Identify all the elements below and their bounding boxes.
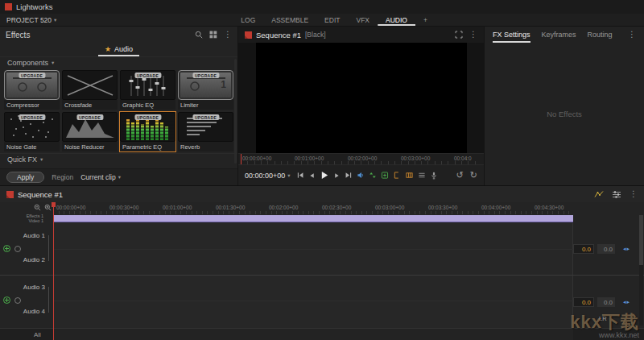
viewer-menu-icon[interactable]: ⋮ xyxy=(469,31,477,39)
gain-value-pair-2[interactable]: 0.0 xyxy=(573,297,594,307)
panel-menu-icon[interactable]: ⋮ xyxy=(224,31,232,39)
track-group-controls xyxy=(3,245,21,252)
effects-scrollbar[interactable] xyxy=(234,59,237,164)
audio-monitor-icon[interactable] xyxy=(357,172,364,179)
timeline-tracks: Audio 1 Audio 2 Audio 3 Audio 4 0.0 0.0 … xyxy=(0,223,644,328)
quick-fx-section-header[interactable]: Quick FX ▾ xyxy=(0,153,237,165)
no-effects-message: No Effects xyxy=(547,110,582,118)
zoom-out-icon[interactable] xyxy=(34,204,41,211)
zoom-controls xyxy=(34,204,52,211)
redo-icon[interactable]: ↻ xyxy=(470,171,477,180)
mark-section-icon[interactable] xyxy=(405,172,413,179)
mixer-settings-icon[interactable] xyxy=(612,190,621,198)
tab-fx-settings[interactable]: FX Settings xyxy=(493,27,530,43)
ruler-label: 00:03:30+00 xyxy=(428,205,457,210)
grid-view-icon[interactable] xyxy=(209,31,217,39)
viewer-playhead[interactable] xyxy=(241,154,242,164)
track-label-audio-2[interactable]: Audio 2 xyxy=(0,256,45,263)
step-forward-icon[interactable] xyxy=(333,172,340,179)
lr-label: LR xyxy=(599,315,607,322)
all-tracks-strip[interactable] xyxy=(53,329,573,340)
compressor-thumbnail: UPGRADE xyxy=(4,70,60,100)
track-group-divider xyxy=(0,275,644,276)
tab-vfx[interactable]: VFX xyxy=(348,14,378,26)
mic-icon[interactable] xyxy=(430,172,437,180)
ruler-label: 00:04:0 xyxy=(454,155,472,161)
ruler-label: 00:04:30+00 xyxy=(535,205,564,210)
fullscreen-icon[interactable] xyxy=(455,31,463,39)
viewer-header: Sequence #1 [Black] ⋮ xyxy=(238,27,484,43)
project-selector[interactable]: PROJECT 520 ▾ xyxy=(6,16,56,24)
effect-tile-compressor[interactable]: UPGRADE Compressor xyxy=(4,70,60,110)
chevron-down-icon: ▾ xyxy=(287,172,290,179)
add-track-icon[interactable] xyxy=(3,245,10,252)
track-rows-icon[interactable] xyxy=(418,172,425,179)
tab-assemble[interactable]: ASSEMBLE xyxy=(263,14,316,26)
pan-arrows[interactable]: ◂▸ xyxy=(623,299,630,305)
track-label-audio-1[interactable]: Audio 1 xyxy=(0,232,45,239)
skip-end-icon[interactable] xyxy=(345,172,352,179)
timecode-display[interactable]: 00:00:00+00 ▾ xyxy=(245,172,291,180)
timeline-playhead[interactable] xyxy=(53,202,54,340)
add-track-icon[interactable] xyxy=(3,296,10,304)
effect-tile-graphic-eq[interactable]: UPGRADE Graphic EQ xyxy=(120,70,175,110)
sync-icon[interactable] xyxy=(369,172,376,179)
step-back-icon[interactable] xyxy=(308,172,315,179)
pan-arrows[interactable]: ◂▸ xyxy=(623,246,630,252)
ruler-label: 00:00:00+00 xyxy=(242,155,271,161)
viewer-title: Sequence #1 xyxy=(256,31,301,39)
effect-tile-noise-reducer[interactable]: UPGRADE Noise Reducer xyxy=(62,112,118,151)
mark-in-icon[interactable] xyxy=(393,172,400,179)
upgrade-badge: UPGRADE xyxy=(192,114,219,120)
tab-add[interactable]: + xyxy=(415,14,436,26)
tab-edit[interactable]: EDIT xyxy=(316,14,348,26)
lightworks-window: Lightworks PROJECT 520 ▾ LOG ASSEMBLE ED… xyxy=(0,0,644,340)
upgrade-badge: UPGRADE xyxy=(134,114,161,120)
effect-tile-reverb[interactable]: UPGRADE Reverb xyxy=(178,112,233,151)
video-frame xyxy=(256,43,467,153)
upgrade-badge: UPGRADE xyxy=(19,114,45,120)
upgrade-badge: UPGRADE xyxy=(192,73,219,78)
timeline-scrollbar[interactable] xyxy=(639,215,643,325)
play-button-icon[interactable] xyxy=(320,171,328,180)
timeline-ruler[interactable]: 00:00:00+00 00:00:30+00 00:01:00+00 00:0… xyxy=(0,202,644,214)
fx-panel-menu-icon[interactable]: ⋮ xyxy=(628,31,636,39)
pan-value-pair-2[interactable]: 0.0 xyxy=(597,297,615,307)
star-icon: ★ xyxy=(105,46,111,53)
ruler-label: 00:03:00+00 xyxy=(375,205,404,210)
tab-effects-audio[interactable]: ★ Audio xyxy=(98,44,139,56)
effect-tile-crossfade[interactable]: Crossfade xyxy=(62,70,118,110)
limiter-thumbnail: 1 UPGRADE xyxy=(178,70,233,100)
tracks-content-area[interactable] xyxy=(53,223,573,328)
gain-value-pair-1[interactable]: 0.0 xyxy=(573,244,594,254)
undo-icon[interactable]: ↺ xyxy=(456,171,464,180)
effect-tile-parametric-eq[interactable]: UPGRADE Parametric EQ xyxy=(120,112,175,151)
keyframe-curve-icon[interactable] xyxy=(594,190,604,198)
tab-audio[interactable]: AUDIO xyxy=(378,14,415,26)
track-label-audio-4[interactable]: Audio 4 xyxy=(0,308,45,315)
add-edit-icon[interactable] xyxy=(381,172,388,179)
tile-label: Parametric EQ xyxy=(120,142,175,151)
components-section-header[interactable]: Components ▾ xyxy=(0,56,237,68)
tab-keyframes[interactable]: Keyframes xyxy=(542,27,576,43)
video-track-clip[interactable] xyxy=(53,215,573,222)
tile-label: Crossfade xyxy=(62,100,118,110)
tab-routing[interactable]: Routing xyxy=(588,27,613,43)
viewer-timeline-ruler[interactable]: 00:00:00+00 00:01:00+00 00:02:00+00 00:0… xyxy=(238,153,484,164)
apply-button[interactable]: Apply xyxy=(6,172,44,183)
zoom-in-icon[interactable] xyxy=(44,204,52,211)
pan-value-pair-1[interactable]: 0.0 xyxy=(597,244,615,254)
skip-start-icon[interactable] xyxy=(296,172,303,179)
tile-label: Reverb xyxy=(178,142,233,151)
scrollbar-thumb[interactable] xyxy=(639,215,643,265)
tab-log[interactable]: LOG xyxy=(233,14,263,26)
effects-footer: Apply Region Current clip ▾ xyxy=(0,168,237,185)
track-label-audio-3[interactable]: Audio 3 xyxy=(0,284,45,291)
track-select-radio[interactable] xyxy=(14,297,21,304)
region-select[interactable]: Current clip ▾ xyxy=(80,173,121,181)
effect-tile-noise-gate[interactable]: UPGRADE Noise Gate xyxy=(4,112,60,151)
search-icon[interactable] xyxy=(195,31,203,39)
track-select-radio[interactable] xyxy=(14,246,21,252)
effect-tile-limiter[interactable]: 1 UPGRADE Limiter xyxy=(178,70,233,110)
timeline-menu-icon[interactable]: ⋮ xyxy=(630,190,638,198)
